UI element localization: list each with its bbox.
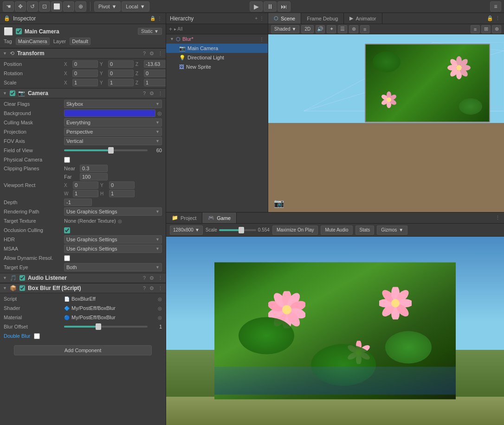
position-y[interactable] (108, 60, 134, 68)
background-color-picker[interactable] (64, 109, 155, 117)
pivot-dropdown[interactable]: Pivot ▼ (94, 1, 121, 12)
audio-listener-section-header[interactable]: ▼ 🎵 Audio Listener ? ⚙ ⋮ (0, 273, 166, 283)
clear-flags-select[interactable]: Skybox ▼ (64, 100, 162, 108)
camera-section-header[interactable]: ▼ 📷 Camera ? ⚙ ⋮ (0, 88, 166, 98)
position-x[interactable] (72, 60, 98, 68)
double-blur-checkbox[interactable] (34, 333, 40, 339)
near-input[interactable] (80, 165, 108, 172)
transform-menu-icon[interactable]: ⋮ (158, 51, 163, 57)
options-button[interactable]: ≡ (490, 1, 501, 12)
occlusion-culling-checkbox[interactable] (64, 227, 70, 233)
scene-r1-btn[interactable]: ≡ (471, 25, 480, 33)
inspector-menu-btn[interactable]: ⋮ (157, 16, 162, 21)
depth-input[interactable] (64, 199, 92, 206)
camera-menu-icon[interactable]: ⋮ (158, 90, 163, 97)
camera-settings-icon[interactable]: ⚙ (149, 90, 154, 97)
blur-offset-thumb[interactable] (96, 323, 101, 330)
mute-audio-button[interactable]: Mute Audio (321, 225, 352, 235)
hierarchy-item-dir-light[interactable]: 💡 Directional Light (166, 53, 268, 62)
pause-button[interactable]: ⏸ (264, 1, 277, 12)
fov-axis-select[interactable]: Vertical ▼ (64, 137, 162, 145)
hdr-select[interactable]: Use Graphics Settings ▼ (64, 235, 162, 244)
scale-thumb[interactable] (239, 227, 244, 233)
target-texture-select-icon[interactable]: ◎ (118, 219, 122, 224)
add-component-button[interactable]: Add Component (14, 345, 152, 355)
maximize-on-play-button[interactable]: Maximize On Play (272, 225, 318, 235)
box-blur-settings-icon[interactable]: ⚙ (149, 285, 154, 291)
physical-camera-checkbox[interactable] (64, 157, 70, 163)
background-eyedropper-icon[interactable]: ◎ (157, 110, 162, 116)
box-blur-menu-icon[interactable]: ⋮ (158, 285, 163, 291)
tag-select[interactable]: MainCamera (16, 38, 50, 45)
fov-slider-thumb[interactable] (108, 147, 114, 154)
culling-mask-select[interactable]: Everything ▼ (64, 118, 162, 127)
rotation-z[interactable] (144, 70, 166, 77)
go-active-checkbox[interactable] (16, 28, 22, 34)
hierarchy-item-blur[interactable]: ▼ ⬡ Blur* ⋮ (166, 34, 268, 44)
vp-y-input[interactable] (109, 181, 135, 189)
far-input[interactable] (80, 173, 108, 180)
transform-tool-button[interactable]: ✦ (63, 1, 74, 12)
scene-overlay-btn[interactable]: ☰ (338, 25, 347, 33)
game-tab-game[interactable]: 🎮 Game (202, 212, 237, 223)
audio-listener-menu-icon[interactable]: ⋮ (158, 275, 163, 281)
hierarchy-menu-btn[interactable]: ⋮ (259, 16, 264, 21)
inspector-lock-btn[interactable]: 🔒 (150, 16, 155, 21)
hierarchy-add-icon[interactable]: + (169, 26, 172, 32)
scale-y[interactable] (108, 79, 134, 86)
game-tab-project[interactable]: 📁 Project (166, 212, 202, 223)
scene-lock-icon[interactable]: 🔒 (487, 15, 493, 21)
camera-help-icon[interactable]: ? (143, 90, 146, 97)
material-select-icon[interactable]: ◎ (158, 315, 162, 320)
vp-w-input[interactable] (73, 190, 98, 197)
gizmos-button[interactable]: Gizmos ▼ (377, 225, 407, 235)
layer-select[interactable]: Default (70, 38, 90, 45)
camera-enabled-checkbox[interactable] (10, 90, 15, 96)
blur-scene-menu[interactable]: ⋮ (259, 37, 264, 42)
transform-section-header[interactable]: ▼ ⟲ Transform ? ⚙ ⋮ (0, 48, 166, 58)
hierarchy-add-btn[interactable]: + (255, 16, 258, 21)
rotation-y[interactable] (108, 70, 134, 77)
scale-x[interactable] (72, 79, 98, 86)
script-select-icon[interactable]: ◎ (158, 296, 162, 302)
scale-tool-button[interactable]: ⊡ (39, 1, 50, 12)
scale-slider[interactable] (219, 229, 256, 231)
target-eye-select[interactable]: Both ▼ (64, 263, 162, 271)
scene-extra-btn[interactable]: ≡ (360, 25, 369, 33)
rect-tool-button[interactable]: ⬜ (51, 1, 62, 12)
game-tab-menu-icon[interactable]: ⋮ (495, 215, 500, 221)
resolution-select[interactable]: 1280x800 ▼ (170, 225, 203, 235)
rotate-tool-button[interactable]: ↺ (27, 1, 38, 12)
projection-select[interactable]: Perspective ▼ (64, 128, 162, 136)
hand-tool-button[interactable]: ☚ (3, 1, 14, 12)
position-z[interactable] (144, 60, 166, 68)
scene-menu-icon[interactable]: ⋮ (495, 15, 500, 21)
allow-dynamic-checkbox[interactable] (64, 255, 70, 261)
hierarchy-item-new-sprite[interactable]: 🖼 New Sprite (166, 62, 268, 71)
scene-gizmos-btn[interactable]: ⊕ (349, 25, 358, 33)
shader-select-icon[interactable]: ◎ (158, 306, 162, 311)
play-button[interactable]: ▶ (250, 1, 263, 12)
scene-tab-scene[interactable]: ⬡ Scene (268, 13, 301, 24)
transform-settings-icon[interactable]: ⚙ (149, 51, 154, 57)
move-tool-button[interactable]: ✥ (15, 1, 26, 12)
scene-audio-btn[interactable]: 🔊 (316, 25, 325, 33)
vp-x-input[interactable] (73, 181, 98, 189)
msaa-select[interactable]: Use Graphics Settings ▼ (64, 245, 162, 253)
transform-help-icon[interactable]: ? (143, 51, 146, 57)
2d-dropdown[interactable]: 2D (301, 25, 314, 33)
scene-effects-btn[interactable]: ✦ (327, 25, 336, 33)
scene-r3-btn[interactable]: ⊕ (492, 25, 501, 33)
scene-r2-btn[interactable]: ⊞ (481, 25, 491, 33)
go-static-btn[interactable]: Static ▼ (138, 28, 162, 35)
scale-z[interactable] (144, 79, 166, 86)
stats-button[interactable]: Stats (355, 225, 375, 235)
blur-offset-track[interactable] (64, 326, 148, 328)
double-blur-link[interactable]: Double Blur (4, 333, 30, 339)
custom-tool-button[interactable]: ⊕ (75, 1, 86, 12)
local-dropdown[interactable]: Local ▼ (122, 1, 149, 12)
hierarchy-item-main-camera[interactable]: 📷 Main Camera (166, 44, 268, 53)
box-blur-section-header[interactable]: ▼ 📦 Box Blur Eff (Script) ? ⚙ ⋮ (0, 283, 166, 293)
fov-slider-track[interactable] (64, 149, 148, 151)
audio-listener-enabled-checkbox[interactable] (19, 275, 25, 281)
